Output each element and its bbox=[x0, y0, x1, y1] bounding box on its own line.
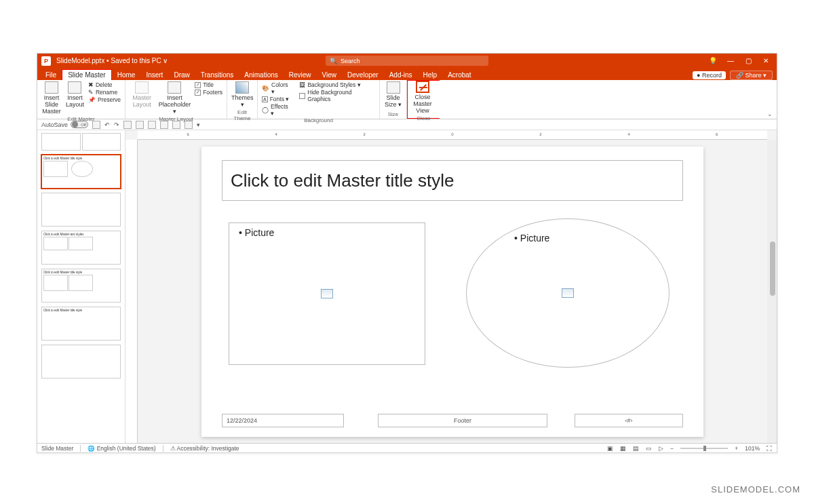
record-button[interactable]: ● Record bbox=[693, 71, 726, 79]
tab-transitions[interactable]: Transitions bbox=[195, 70, 239, 80]
status-bar: Slide Master 🌐 English (United States) ⚠… bbox=[37, 443, 777, 452]
thumbnail-layout-5[interactable]: Click to edit Master title style bbox=[41, 307, 121, 341]
status-view: Slide Master bbox=[41, 445, 73, 452]
ribbon-group-edit-theme: Themes ▾ Edit Theme bbox=[227, 80, 258, 119]
insert-layout-button[interactable]: Insert Layout bbox=[66, 81, 84, 109]
title-checkbox[interactable]: ✓Title bbox=[195, 81, 222, 88]
layout-icon bbox=[68, 81, 81, 94]
hints-icon[interactable]: 💡 bbox=[709, 57, 717, 64]
ribbon-group-size: Slide Size ▾ Size bbox=[380, 80, 407, 119]
rename-button[interactable]: ✎ Rename bbox=[88, 89, 121, 96]
close-icon bbox=[416, 81, 429, 93]
footers-checkbox[interactable]: ✓Footers bbox=[195, 89, 222, 96]
view-normal-button[interactable]: ▦ bbox=[620, 445, 626, 452]
fit-button[interactable]: ⛶ bbox=[767, 445, 773, 452]
thumbnail-layout-3[interactable]: Click to edit Master text styles bbox=[41, 231, 121, 265]
placeholder-label: • Picture bbox=[239, 227, 274, 238]
tab-acrobat[interactable]: Acrobat bbox=[442, 70, 476, 80]
themes-button[interactable]: Themes ▾ bbox=[231, 81, 254, 109]
tab-developer[interactable]: Developer bbox=[342, 70, 384, 80]
slide-number-placeholder[interactable]: ‹#› bbox=[575, 414, 683, 427]
view-reading-button[interactable]: ▭ bbox=[646, 445, 652, 452]
minimize-button[interactable]: — bbox=[726, 57, 735, 64]
image-icon[interactable] bbox=[321, 289, 333, 298]
preserve-button[interactable]: 📌 Preserve bbox=[88, 96, 121, 103]
watermark: SLIDEMODEL.COM bbox=[711, 484, 800, 495]
zoom-out-button[interactable]: − bbox=[670, 445, 674, 452]
search-box[interactable]: 🔍 Search bbox=[326, 56, 488, 66]
view-slideshow-button[interactable]: ▷ bbox=[659, 445, 663, 452]
close-master-view-button[interactable]: Close Master View bbox=[409, 81, 436, 115]
collapse-ribbon-button[interactable]: ⌄ bbox=[767, 111, 773, 117]
insert-placeholder-button[interactable]: Insert Placeholder ▾ bbox=[159, 81, 191, 115]
picture-placeholder-rect[interactable]: • Picture bbox=[229, 222, 425, 365]
ribbon-group-master-layout: Master Layout Insert Placeholder ▾ ✓Titl… bbox=[125, 80, 227, 119]
placeholder-icon bbox=[168, 81, 181, 94]
thumbnail-layout-6[interactable] bbox=[41, 345, 121, 379]
tab-draw[interactable]: Draw bbox=[168, 70, 195, 80]
view-sorter-button[interactable]: ▤ bbox=[633, 445, 639, 452]
vertical-scrollbar[interactable] bbox=[767, 140, 777, 443]
search-placeholder: Search bbox=[341, 58, 360, 64]
maximize-button[interactable]: ▢ bbox=[744, 57, 752, 64]
scrollbar-thumb[interactable] bbox=[770, 241, 775, 296]
insert-slide-master-button[interactable]: Insert Slide Master bbox=[41, 81, 62, 115]
delete-button[interactable]: ✖ Delete bbox=[88, 81, 121, 88]
zoom-in-button[interactable]: + bbox=[735, 445, 738, 452]
slide-canvas-area: 6 4 2 0 2 4 6 Click to edit Master title… bbox=[125, 130, 777, 443]
effects-button[interactable]: ◯ Effects ▾ bbox=[262, 103, 292, 117]
thumbnail-layout-2[interactable] bbox=[41, 193, 121, 227]
status-accessibility[interactable]: ⚠ Accessibility: Investigate bbox=[170, 445, 239, 452]
tab-addins[interactable]: Add-ins bbox=[384, 70, 418, 80]
powerpoint-window: P SlideModel.pptx • Saved to this PC ∨ 🔍… bbox=[37, 53, 777, 453]
tab-review[interactable]: Review bbox=[284, 70, 317, 80]
work-area: Click to edit Master title style Click t… bbox=[37, 130, 777, 443]
notes-button[interactable]: ▣ bbox=[607, 445, 613, 452]
tab-help[interactable]: Help bbox=[418, 70, 443, 80]
status-language[interactable]: 🌐 English (United States) bbox=[88, 445, 155, 452]
thumbnail-layout-4[interactable]: Click to edit Master title style bbox=[41, 269, 121, 303]
slide-master-icon bbox=[45, 81, 58, 94]
picture-placeholder-oval[interactable]: • Picture bbox=[466, 218, 670, 368]
group-label: Close bbox=[409, 115, 438, 121]
slide-size-icon bbox=[387, 81, 400, 94]
date-placeholder[interactable]: 12/22/2024 bbox=[222, 414, 344, 427]
tab-file[interactable]: File bbox=[40, 70, 62, 80]
tab-view[interactable]: View bbox=[317, 70, 343, 80]
image-icon[interactable] bbox=[562, 288, 574, 298]
tab-home[interactable]: Home bbox=[112, 70, 141, 80]
share-button[interactable]: 🔗 Share ▾ bbox=[730, 71, 773, 80]
zoom-slider[interactable] bbox=[680, 448, 728, 449]
group-label: Size bbox=[384, 111, 402, 117]
thumbnail-layout-selected[interactable]: Click to edit Master title style bbox=[41, 155, 121, 189]
zoom-level[interactable]: 101% bbox=[745, 445, 760, 452]
slide-layout[interactable]: Click to edit Master title style • Pictu… bbox=[201, 147, 703, 437]
master-layout-button: Master Layout bbox=[130, 81, 155, 109]
tab-slide-master[interactable]: Slide Master bbox=[62, 69, 112, 80]
ribbon-group-close: Close Master View Close bbox=[407, 80, 440, 119]
slide-size-button[interactable]: Slide Size ▾ bbox=[384, 81, 402, 109]
undo-button[interactable]: ↶ bbox=[104, 121, 110, 128]
fonts-button[interactable]: A Fonts ▾ bbox=[262, 96, 292, 102]
vertical-ruler bbox=[125, 140, 138, 443]
group-label: Master Layout bbox=[130, 115, 222, 122]
hide-background-checkbox[interactable]: Hide Background Graphics bbox=[299, 89, 375, 102]
slide-thumbnails-panel: Click to edit Master title style Click t… bbox=[37, 130, 125, 443]
footer-placeholder[interactable]: Footer bbox=[378, 414, 547, 427]
app-icon: P bbox=[41, 56, 51, 66]
redo-button[interactable]: ↷ bbox=[114, 121, 119, 128]
themes-icon bbox=[235, 81, 249, 94]
tab-insert[interactable]: Insert bbox=[140, 70, 168, 80]
title-placeholder[interactable]: Click to edit Master title style bbox=[222, 160, 683, 201]
colors-button[interactable]: 🎨 Colors ▾ bbox=[262, 81, 292, 95]
group-label: Edit Theme bbox=[231, 109, 253, 121]
ribbon-group-edit-master: Insert Slide Master Insert Layout ✖ Dele… bbox=[37, 80, 125, 119]
horizontal-ruler: 6 4 2 0 2 4 6 bbox=[138, 130, 767, 140]
thumbnail-master[interactable] bbox=[41, 133, 121, 151]
ribbon: Insert Slide Master Insert Layout ✖ Dele… bbox=[37, 80, 777, 119]
tab-animations[interactable]: Animations bbox=[239, 70, 283, 80]
qat-customize[interactable]: ▾ bbox=[197, 121, 200, 128]
ribbon-group-background: 🎨 Colors ▾ A Fonts ▾ ◯ Effects ▾ 🖼 Backg… bbox=[258, 80, 380, 119]
background-styles-button[interactable]: 🖼 Background Styles ▾ bbox=[299, 81, 375, 88]
close-window-button[interactable]: ✕ bbox=[762, 57, 770, 64]
